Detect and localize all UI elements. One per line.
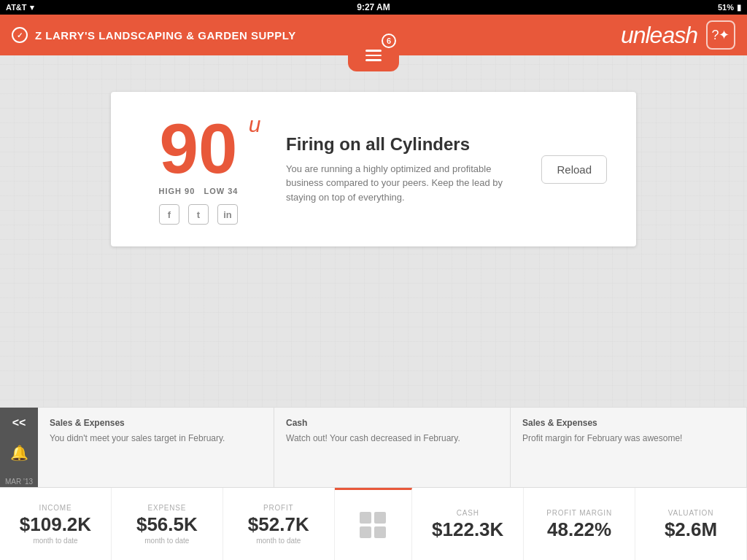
- unleash-logo: unleash: [621, 22, 697, 49]
- menu-line-1: [365, 50, 382, 52]
- date-label: MAR '13: [5, 478, 33, 486]
- hamburger-icon: [365, 50, 382, 61]
- grid-cell-2: [374, 512, 386, 524]
- cash-label: CASH: [457, 509, 479, 517]
- metrics-row: INCOME $109.2K month to date EXPENSE $56…: [0, 487, 747, 560]
- metric-profit[interactable]: PROFIT $52.7K month to date: [223, 488, 335, 560]
- grid-cell-3: [360, 526, 371, 538]
- low-label: LOW: [204, 187, 225, 195]
- battery-text: 51%: [718, 3, 734, 12]
- profit-margin-value: 48.22%: [547, 520, 611, 539]
- score-info: Firing on all Cylinders You are running …: [271, 134, 527, 205]
- score-number: 90: [160, 109, 238, 187]
- high-label: HIGH: [159, 187, 182, 195]
- income-sub: month to date: [33, 537, 77, 545]
- bottom-panel: << 🔔 MAR '13 Sales & Expenses You didn't…: [0, 407, 747, 560]
- app-header: ✓ Z LARRY'S LANDSCAPING & GARDEN SUPPLY …: [0, 15, 747, 55]
- grid-icon: [360, 512, 386, 538]
- battery-icon: ▮: [737, 3, 741, 12]
- status-time: 9:27 AM: [357, 2, 390, 12]
- metric-cash[interactable]: CASH $122.3K: [412, 488, 524, 560]
- score-display: 90 u: [160, 114, 238, 184]
- metric-grid-button[interactable]: [335, 488, 413, 560]
- grid-cell-1: [360, 512, 371, 524]
- bell-icon: 🔔: [10, 444, 28, 462]
- notification-item-1: Sales & Expenses You didn't meet your sa…: [38, 408, 274, 487]
- main-content: 90 u HIGH 90 LOW 34 f t in Firing on all…: [0, 55, 747, 560]
- cash-value: $122.3K: [432, 520, 503, 539]
- score-stats: HIGH 90 LOW 34: [159, 187, 239, 195]
- income-value: $109.2K: [20, 515, 91, 534]
- menu-badge: 6: [382, 34, 396, 48]
- score-symbol: u: [249, 112, 261, 137]
- profit-value: $52.7K: [248, 515, 309, 534]
- profit-margin-label: PROFIT MARGIN: [546, 509, 612, 517]
- expense-value: $56.5K: [136, 515, 198, 534]
- score-title: Firing on all Cylinders: [286, 134, 527, 155]
- notif-category-3: Sales & Expenses: [522, 418, 735, 428]
- help-icon: ?✦: [711, 27, 729, 43]
- nav-arrow[interactable]: << 🔔 MAR '13: [0, 408, 38, 487]
- notifications-row: << 🔔 MAR '13 Sales & Expenses You didn't…: [0, 407, 747, 487]
- score-section: 90 u HIGH 90 LOW 34 f t in: [140, 114, 257, 225]
- notif-text-2: Watch out! Your cash decreased in Februa…: [286, 432, 498, 445]
- grid-cell-4: [374, 526, 386, 538]
- social-icons: f t in: [159, 204, 238, 225]
- notif-text-3: Profit margin for February was awesome!: [522, 432, 735, 445]
- expense-sub: month to date: [144, 537, 189, 545]
- arrow-left-icon: <<: [12, 416, 26, 429]
- status-right: 51% ▮: [718, 3, 741, 12]
- header-left: ✓ Z LARRY'S LANDSCAPING & GARDEN SUPPLY: [12, 27, 296, 43]
- reload-button[interactable]: Reload: [541, 155, 607, 184]
- notif-category-1: Sales & Expenses: [50, 418, 262, 428]
- profit-label: PROFIT: [263, 504, 293, 512]
- profit-sub: month to date: [256, 537, 301, 545]
- notif-category-2: Cash: [286, 418, 498, 428]
- notif-text-1: You didn't meet your sales target in Feb…: [50, 432, 262, 445]
- income-label: INCOME: [39, 504, 72, 512]
- facebook-icon[interactable]: f: [159, 204, 179, 225]
- score-description: You are running a highly optimized and p…: [286, 162, 527, 205]
- valuation-value: $2.6M: [665, 520, 717, 539]
- menu-line-3: [365, 59, 382, 61]
- menu-tab[interactable]: 6: [348, 39, 399, 71]
- metric-income[interactable]: INCOME $109.2K month to date: [0, 488, 112, 560]
- low-value: 34: [228, 187, 238, 195]
- header-right: unleash ?✦: [621, 20, 735, 50]
- notification-item-2: Cash Watch out! Your cash decreased in F…: [274, 408, 511, 487]
- score-card: 90 u HIGH 90 LOW 34 f t in Firing on all…: [111, 92, 636, 246]
- high-value: 90: [185, 187, 195, 195]
- menu-line-2: [365, 55, 382, 57]
- valuation-label: VALUATION: [668, 509, 713, 517]
- status-left: AT&T ▾: [6, 3, 34, 12]
- business-name: Z LARRY'S LANDSCAPING & GARDEN SUPPLY: [35, 29, 296, 42]
- metric-expense[interactable]: EXPENSE $56.5K month to date: [112, 488, 223, 560]
- twitter-icon[interactable]: t: [188, 204, 209, 225]
- metric-valuation[interactable]: VALUATION $2.6M: [635, 488, 747, 560]
- menu-tab-body[interactable]: 6: [348, 39, 399, 71]
- business-icon: ✓: [12, 27, 28, 43]
- wifi-icon: ▾: [30, 3, 34, 12]
- help-button[interactable]: ?✦: [706, 20, 735, 50]
- linkedin-icon[interactable]: in: [217, 204, 238, 225]
- expense-label: EXPENSE: [147, 504, 186, 512]
- metric-profit-margin[interactable]: PROFIT MARGIN 48.22%: [524, 488, 635, 560]
- carrier-text: AT&T: [6, 3, 27, 12]
- status-bar: AT&T ▾ 9:27 AM 51% ▮: [0, 0, 747, 15]
- notification-item-3: Sales & Expenses Profit margin for Febru…: [511, 408, 747, 487]
